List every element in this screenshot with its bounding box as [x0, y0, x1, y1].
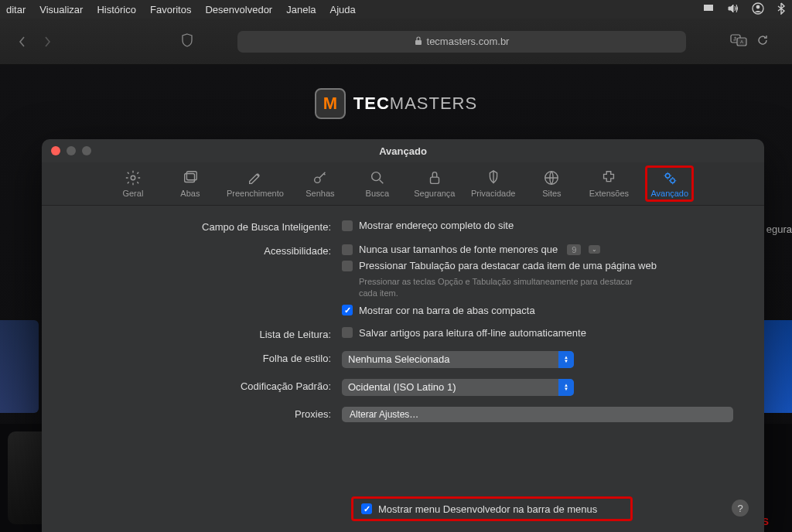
pref-toolbar: Geral Abas Preenchimento Senhas Busca Se…	[42, 162, 764, 206]
window-zoom-button[interactable]	[82, 146, 91, 155]
checkbox-tab-highlight[interactable]: Pressionar Tabulação para destacar cada …	[342, 260, 733, 271]
svg-point-11	[372, 172, 381, 181]
svg-point-14	[665, 174, 670, 179]
reload-icon[interactable]	[756, 34, 769, 49]
svg-rect-2	[415, 40, 422, 45]
menu-item-historico[interactable]: Histórico	[97, 4, 136, 15]
checkbox-icon	[361, 503, 372, 514]
site-header: M TECMASTERS	[0, 65, 792, 142]
checkbox-icon	[342, 305, 353, 315]
tab-extensoes[interactable]: Extensões	[588, 169, 630, 198]
checkbox-icon	[342, 327, 353, 338]
tab-general[interactable]: Geral	[112, 169, 154, 198]
tab-avancado[interactable]: Avançado	[645, 165, 694, 202]
row-proxies: Proxies: Alterar Ajustes…	[73, 407, 733, 422]
svg-rect-9	[186, 172, 196, 180]
row-accessibility: Acessibilidade: Nunca usar tamanhos de f…	[73, 244, 733, 316]
label-smart-search: Campo de Busca Inteligente:	[73, 220, 331, 233]
proxies-settings-button[interactable]: Alterar Ajustes…	[342, 407, 733, 422]
menu-item-desenvolvedor[interactable]: Desenvolvedor	[205, 4, 272, 15]
site-brand: TECMASTERS	[353, 94, 477, 114]
tab-privacidade[interactable]: Privacidade	[471, 169, 515, 198]
svg-text:あ: あ	[733, 36, 738, 42]
label-proxies: Proxies:	[73, 407, 331, 420]
help-button[interactable]: ?	[732, 500, 749, 517]
stylesheet-select[interactable]: Nenhuma Selecionada ▲▼	[342, 351, 574, 368]
window-minimize-button[interactable]	[67, 146, 76, 155]
label-reading-list: Lista de Leitura:	[73, 327, 331, 340]
svg-rect-12	[430, 177, 439, 183]
min-font-value: 9	[567, 244, 581, 255]
checkbox-dev-menu[interactable]: Mostrar menu Desenvolvedor na barra de m…	[361, 503, 597, 515]
row-stylesheet: Folha de estilo: Nenhuma Selecionada ▲▼	[73, 351, 733, 368]
site-logo: M	[315, 88, 346, 119]
tab-senhas[interactable]: Senhas	[299, 169, 341, 198]
menu-item-favoritos[interactable]: Favoritos	[150, 4, 191, 15]
url-bar[interactable]: tecmasters.com.br	[237, 31, 686, 53]
svg-point-10	[315, 177, 320, 182]
tab-highlight-hint: Pressionar as teclas Opção e Tabulação s…	[359, 276, 637, 300]
tab-abas[interactable]: Abas	[169, 169, 211, 198]
tab-busca[interactable]: Busca	[357, 169, 398, 198]
menu-item-editar[interactable]: ditar	[6, 4, 26, 15]
menubar-status-area	[702, 2, 786, 17]
browser-toolbar: tecmasters.com.br あA	[0, 19, 792, 65]
row-reading-list: Lista de Leitura: Salvar artigos para le…	[73, 327, 733, 340]
pref-titlebar[interactable]: Avançado	[42, 139, 764, 162]
checkbox-icon	[342, 244, 353, 255]
menu-item-ajuda[interactable]: Ajuda	[330, 4, 356, 15]
dev-menu-highlight: Mostrar menu Desenvolvedor na barra de m…	[351, 496, 633, 521]
partial-nav-text: egura	[766, 223, 792, 235]
min-font-stepper[interactable]: ⌄	[589, 245, 600, 254]
select-arrows-icon: ▲▼	[558, 351, 574, 368]
translate-icon[interactable]: あA	[730, 34, 747, 49]
label-accessibility: Acessibilidade:	[73, 244, 331, 257]
tab-seguranca[interactable]: Segurança	[414, 169, 456, 198]
window-close-button[interactable]	[51, 146, 60, 155]
user-icon[interactable]	[752, 2, 764, 17]
svg-point-15	[671, 179, 675, 183]
checkbox-offline-reading[interactable]: Salvar artigos para leitura off-line aut…	[342, 327, 733, 339]
svg-point-1	[756, 5, 760, 9]
label-stylesheet: Folha de estilo:	[73, 351, 331, 364]
bluetooth-icon[interactable]	[777, 2, 786, 17]
svg-point-7	[131, 176, 135, 180]
checkbox-show-full-url[interactable]: Mostrar endereço completo do site	[342, 220, 733, 231]
row-encoding: Codificação Padrão: Ocidental (ISO Latin…	[73, 379, 733, 396]
checkbox-min-font[interactable]: Nunca usar tamanhos de fonte menores que…	[342, 244, 733, 255]
nav-back-button[interactable]	[15, 32, 29, 51]
checkbox-tabbar-color[interactable]: Mostrar cor na barra de abas compacta	[342, 305, 733, 316]
pref-body: Campo de Busca Inteligente: Mostrar ende…	[42, 206, 764, 448]
urlbar-actions: あA	[730, 34, 769, 49]
encoding-select[interactable]: Ocidental (ISO Latino 1) ▲▼	[342, 379, 574, 396]
url-text: tecmasters.com.br	[427, 36, 510, 47]
macos-menubar: ditar Visualizar Histórico Favoritos Des…	[0, 0, 792, 19]
checkbox-icon	[342, 261, 353, 271]
label-encoding: Codificação Padrão:	[73, 379, 331, 392]
select-arrows-icon: ▲▼	[558, 379, 574, 396]
row-smart-search: Campo de Busca Inteligente: Mostrar ende…	[73, 220, 733, 233]
volume-icon[interactable]	[727, 3, 739, 16]
privacy-shield-icon[interactable]	[181, 33, 193, 49]
checkbox-icon	[342, 220, 353, 231]
window-traffic-lights	[51, 146, 91, 155]
svg-text:A: A	[740, 39, 743, 44]
tab-sites[interactable]: Sites	[531, 169, 572, 198]
carousel-thumb-left[interactable]	[0, 320, 39, 413]
lock-icon	[415, 36, 422, 47]
tab-preenchimento[interactable]: Preenchimento	[227, 169, 284, 198]
preferences-window: Avançado Geral Abas Preenchimento Senhas…	[42, 139, 764, 532]
menu-item-janela[interactable]: Janela	[286, 4, 316, 15]
display-icon[interactable]	[702, 3, 715, 16]
menu-item-visualizar[interactable]: Visualizar	[39, 4, 83, 15]
nav-forward-button[interactable]	[40, 32, 54, 51]
pref-window-title: Avançado	[379, 145, 427, 157]
svg-rect-8	[185, 174, 195, 182]
